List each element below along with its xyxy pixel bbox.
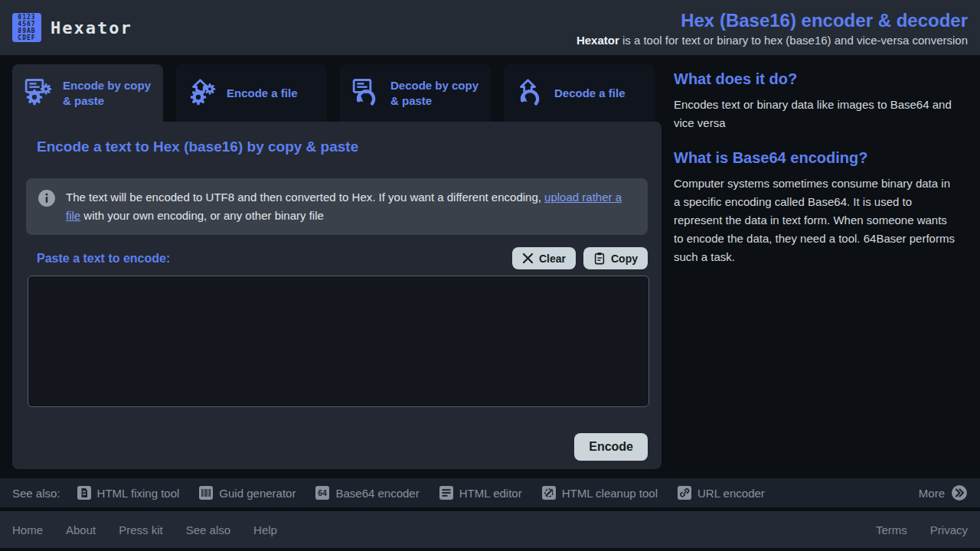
see-link-label: Base64 encoder bbox=[335, 487, 419, 500]
double-chevron-right-icon bbox=[951, 484, 968, 501]
see-link-label: HTML cleanup tool bbox=[562, 487, 658, 500]
sidebar-heading-what-is-base64: What is Base64 encoding? bbox=[674, 149, 956, 167]
info-box: The text will be encoded to UTF8 and the… bbox=[26, 178, 648, 235]
document-lines-icon bbox=[439, 486, 453, 500]
nav-link-home[interactable]: Home bbox=[12, 523, 43, 536]
page-title: Hex (Base16) encoder & decoder bbox=[577, 9, 968, 32]
svg-text:64: 64 bbox=[318, 488, 328, 497]
tab-encode-a-file[interactable]: Encode a file bbox=[176, 64, 327, 122]
link-html-fixing-tool[interactable]: HTML fixing tool bbox=[77, 486, 180, 500]
paste-text-label: Paste a text to encode: bbox=[37, 252, 170, 266]
tab-bar: Encode by copy & paste bbox=[12, 64, 662, 122]
copy-button[interactable]: Copy bbox=[583, 247, 648, 269]
sidebar-body: Encodes text or binary data like images … bbox=[674, 96, 956, 132]
nav-link-about[interactable]: About bbox=[66, 523, 96, 536]
encode-input-textarea[interactable] bbox=[28, 276, 649, 407]
info-icon bbox=[38, 190, 55, 207]
encode-button[interactable]: Encode bbox=[574, 433, 648, 461]
nav-link-terms[interactable]: Terms bbox=[876, 523, 907, 536]
tab-decode-by-copy-paste[interactable]: Decode by copy & paste bbox=[340, 64, 491, 122]
link-html-cleanup-tool[interactable]: HTML cleanup tool bbox=[542, 486, 658, 500]
logo-grid-row: CDEF bbox=[18, 34, 35, 41]
subtitle-brand: Hexator bbox=[577, 34, 619, 47]
tab-label: Decode by copy & paste bbox=[390, 78, 480, 109]
upload-refresh-icon bbox=[514, 78, 545, 109]
cleanup-icon bbox=[542, 486, 556, 500]
more-link[interactable]: More bbox=[919, 484, 968, 501]
hexator-logo-icon: 0123 4567 89AB CDEF bbox=[12, 13, 41, 42]
document-refresh-icon bbox=[351, 78, 381, 109]
tab-decode-a-file[interactable]: Decode a file bbox=[504, 64, 655, 122]
subtitle-text: is a tool for text or binary to hex (bas… bbox=[619, 34, 968, 47]
encode-button-label: Encode bbox=[589, 440, 633, 454]
info-text-after: with your own encoding, or any other bin… bbox=[80, 209, 324, 222]
tab-label: Decode a file bbox=[554, 86, 626, 101]
clear-button[interactable]: Clear bbox=[512, 247, 576, 269]
link-url-encoder[interactable]: URL encoder bbox=[678, 486, 765, 500]
logo-grid-row: 0123 bbox=[18, 14, 35, 21]
see-also-label: See also: bbox=[12, 487, 60, 500]
html-fixing-tool-icon bbox=[77, 486, 91, 500]
panel-heading: Encode a text to Hex (base16) by copy & … bbox=[37, 139, 648, 155]
brand[interactable]: 0123 4567 89AB CDEF Hexator bbox=[12, 13, 132, 42]
see-link-label: URL encoder bbox=[697, 487, 765, 500]
bottom-nav: Home About Press kit See also Help Terms… bbox=[0, 511, 980, 548]
clipboard-icon bbox=[593, 252, 606, 265]
barcode-icon bbox=[199, 486, 213, 500]
clear-button-label: Clear bbox=[539, 253, 566, 265]
sidebar-heading-what-does-it-do: What does it do? bbox=[674, 70, 956, 88]
link-html-editor[interactable]: HTML editor bbox=[439, 486, 522, 500]
logo-grid-row: 4567 bbox=[18, 21, 35, 28]
base64-icon: 64 bbox=[315, 486, 329, 500]
nav-link-privacy[interactable]: Privacy bbox=[930, 523, 968, 536]
see-also-bar: See also: HTML fixing tool Guid generato… bbox=[0, 478, 980, 507]
page-subtitle: Hexator is a tool for text or binary to … bbox=[577, 34, 968, 47]
nav-link-help[interactable]: Help bbox=[253, 523, 277, 536]
logo-grid-row: 89AB bbox=[18, 28, 35, 34]
see-link-label: Guid generator bbox=[219, 487, 296, 500]
more-link-label: More bbox=[919, 487, 945, 500]
encode-panel: Encode a text to Hex (base16) by copy & … bbox=[12, 122, 662, 469]
info-text-before: The text will be encoded to UTF8 and the… bbox=[66, 191, 544, 204]
link-guid-generator[interactable]: Guid generator bbox=[199, 486, 296, 500]
see-link-label: HTML fixing tool bbox=[97, 487, 180, 500]
sidebar-body: Computer systems sometimes consume binar… bbox=[674, 174, 956, 266]
copy-button-label: Copy bbox=[611, 253, 638, 265]
upload-gears-icon bbox=[187, 78, 217, 109]
info-sidebar: What does it do? Encodes text or binary … bbox=[662, 64, 968, 469]
link-base64-encoder[interactable]: 64 HTML editor Base64 encoder bbox=[315, 486, 419, 500]
brand-name: Hexator bbox=[51, 18, 132, 37]
document-gears-icon bbox=[23, 78, 54, 109]
link-icon bbox=[678, 486, 691, 500]
see-link-label: HTML editor bbox=[459, 487, 522, 500]
info-text: The text will be encoded to UTF8 and the… bbox=[66, 188, 635, 225]
x-icon bbox=[522, 253, 534, 264]
nav-link-see-also[interactable]: See also bbox=[186, 523, 230, 536]
app-header: 0123 4567 89AB CDEF Hexator Hex (Base16)… bbox=[0, 0, 980, 55]
tab-label: Encode a file bbox=[227, 86, 298, 101]
tab-label: Encode by copy & paste bbox=[63, 78, 152, 109]
nav-link-press-kit[interactable]: Press kit bbox=[119, 523, 163, 536]
tab-encode-by-copy-paste[interactable]: Encode by copy & paste bbox=[12, 64, 163, 122]
